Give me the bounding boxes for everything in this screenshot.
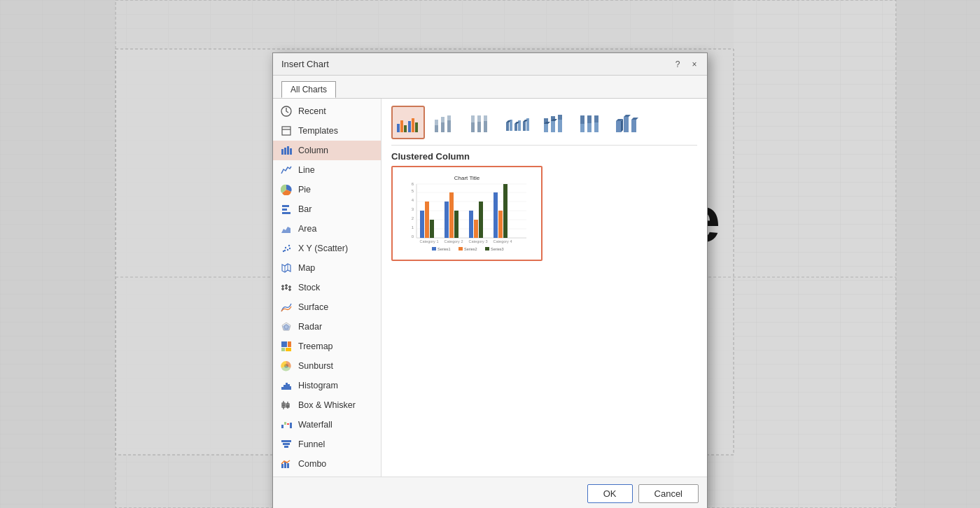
svg-rect-40 <box>286 348 291 351</box>
svg-rect-8 <box>282 127 290 135</box>
surface-icon <box>280 301 293 313</box>
chart-thumb-3d-clustered[interactable] <box>500 106 534 139</box>
sidebar-item-area[interactable]: Area <box>273 219 381 239</box>
svg-rect-138 <box>503 184 507 238</box>
svg-rect-133 <box>469 211 473 238</box>
close-button[interactable]: × <box>687 57 701 71</box>
sidebar-item-histogram[interactable]: Histogram <box>273 376 381 395</box>
help-button[interactable]: ? <box>671 57 685 71</box>
sidebar-item-line[interactable]: Line <box>273 160 381 180</box>
svg-rect-147 <box>485 247 489 251</box>
svg-rect-71 <box>441 122 444 132</box>
all-charts-tab[interactable]: All Charts <box>281 81 336 98</box>
svg-rect-136 <box>493 192 498 238</box>
sunburst-icon <box>280 360 293 372</box>
insert-chart-dialog: Insert Chart ? × All Charts Recent <box>272 52 708 508</box>
svg-rect-44 <box>286 383 288 390</box>
svg-rect-68 <box>415 122 418 132</box>
chart-thumb-stacked-column[interactable] <box>428 106 461 139</box>
modal-overlay: Insert Chart ? × All Charts Recent <box>0 0 980 508</box>
sidebar-item-radar[interactable]: Radar <box>273 317 381 337</box>
dialog-body: Recent Templates <box>273 98 707 477</box>
sidebar-item-combo[interactable]: Combo <box>273 454 381 474</box>
svg-rect-55 <box>287 423 289 425</box>
svg-text:5: 5 <box>412 189 414 193</box>
chart-thumb-clustered-column[interactable] <box>391 106 425 139</box>
svg-text:4: 4 <box>412 198 414 202</box>
sidebar-item-scatter[interactable]: X Y (Scatter) <box>273 239 381 258</box>
svg-rect-66 <box>408 121 411 132</box>
sidebar-item-boxwhisker[interactable]: Box & Whisker <box>273 395 381 415</box>
svg-rect-93 <box>551 121 555 132</box>
sidebar-label-combo: Combo <box>298 459 326 469</box>
sidebar-item-map[interactable]: Map <box>273 258 381 278</box>
ok-button[interactable]: OK <box>587 484 633 503</box>
chart-thumb-3d-100pct[interactable] <box>573 106 607 139</box>
boxwhisker-icon <box>280 399 293 411</box>
sidebar-label-map: Map <box>298 263 315 273</box>
svg-text:2: 2 <box>412 216 414 220</box>
svg-marker-110 <box>631 118 638 120</box>
chart-thumb-3d-stacked[interactable] <box>537 106 570 139</box>
svg-text:3: 3 <box>412 207 414 211</box>
svg-rect-131 <box>449 192 454 238</box>
svg-rect-135 <box>479 202 483 238</box>
svg-rect-67 <box>412 118 414 132</box>
svg-point-21 <box>284 250 286 251</box>
sidebar-item-sunburst[interactable]: Sunburst <box>273 356 381 376</box>
svg-rect-63 <box>397 124 400 132</box>
chart-panel: Clustered Column Chart Title 0 1 2 <box>382 99 707 477</box>
svg-rect-64 <box>400 120 403 132</box>
sidebar-item-bar[interactable]: Bar <box>273 199 381 219</box>
svg-rect-145 <box>458 247 463 251</box>
pie-icon <box>280 183 293 196</box>
svg-rect-37 <box>281 341 287 347</box>
svg-rect-101 <box>587 115 592 123</box>
sidebar-label-surface: Surface <box>298 302 328 312</box>
treemap-icon <box>280 340 293 353</box>
sidebar-item-stock[interactable]: Stock <box>273 278 381 297</box>
sidebar-item-recent[interactable]: Recent <box>273 101 381 121</box>
chart-thumb-100pct-stacked-column[interactable] <box>464 106 498 139</box>
svg-rect-132 <box>454 211 458 238</box>
svg-text:Series2: Series2 <box>464 247 477 251</box>
sidebar-item-waterfall[interactable]: Waterfall <box>273 415 381 435</box>
tab-bar: All Charts <box>273 76 707 98</box>
svg-rect-56 <box>290 423 292 428</box>
sidebar-item-surface[interactable]: Surface <box>273 297 381 317</box>
svg-rect-74 <box>447 115 451 120</box>
sidebar-label-pie: Pie <box>298 185 311 195</box>
cancel-button[interactable]: Cancel <box>638 484 699 503</box>
sidebar-item-funnel[interactable]: Funnel <box>273 435 381 454</box>
sidebar-item-templates[interactable]: Templates <box>273 121 381 141</box>
svg-point-20 <box>288 245 290 246</box>
radar-icon <box>280 320 293 333</box>
svg-text:Series1: Series1 <box>438 247 451 251</box>
combo-icon <box>280 458 293 470</box>
sidebar-item-pie[interactable]: Pie <box>273 180 381 199</box>
sidebar-item-treemap[interactable]: Treemap <box>273 337 381 356</box>
chart-thumb-3d-column[interactable] <box>610 106 643 139</box>
svg-rect-59 <box>284 446 288 448</box>
svg-point-22 <box>289 248 290 249</box>
svg-rect-143 <box>432 247 436 251</box>
svg-text:1: 1 <box>412 225 414 230</box>
sidebar-label-sunburst: Sunburst <box>298 361 333 371</box>
line-icon <box>280 164 293 176</box>
sidebar-label-treemap: Treemap <box>298 341 333 351</box>
svg-rect-80 <box>484 121 487 132</box>
svg-rect-61 <box>284 462 286 468</box>
sidebar-label-scatter: X Y (Scatter) <box>298 244 348 253</box>
svg-text:6: 6 <box>412 182 414 186</box>
svg-rect-78 <box>477 122 481 132</box>
scatter-icon <box>280 242 293 255</box>
sidebar-label-histogram: Histogram <box>298 381 338 390</box>
svg-rect-39 <box>281 348 285 351</box>
svg-rect-96 <box>558 120 562 132</box>
waterfall-icon <box>280 418 293 431</box>
stock-icon <box>280 281 293 294</box>
titlebar-controls: ? × <box>671 57 701 71</box>
svg-text:Category 1: Category 1 <box>420 239 439 244</box>
svg-rect-45 <box>288 384 290 390</box>
sidebar-item-column[interactable]: Column <box>273 141 381 160</box>
